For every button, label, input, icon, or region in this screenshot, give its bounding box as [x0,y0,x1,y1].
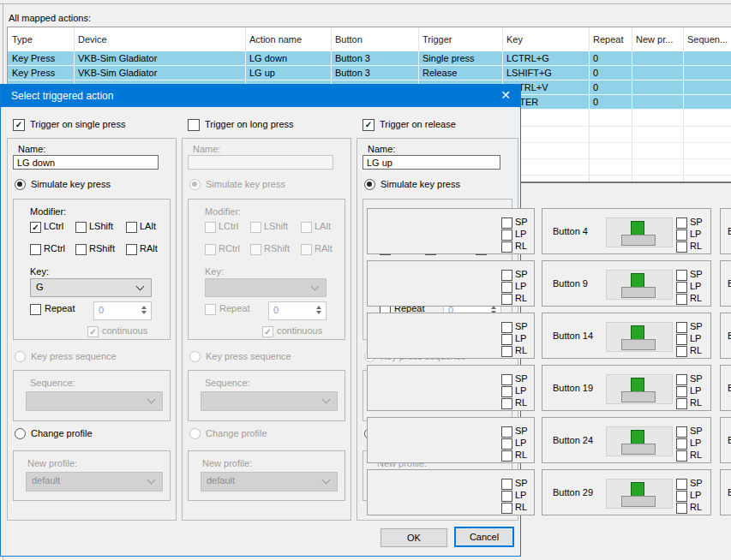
sp-checkbox [501,479,512,490]
sequence-group: Sequence: [13,370,171,421]
sp-checkbox[interactable] [676,374,687,385]
button-icon [606,479,673,509]
chevron-down-icon [322,476,331,485]
chevron-down-icon [322,396,331,404]
checkbox-label: RL [515,502,527,512]
button-card: Button 9SPLPRL [542,260,711,307]
trigger-label-single-press: Trigger on single press [30,119,125,129]
checkbox-label: RL [690,293,702,303]
repeat-checkbox[interactable] [30,304,41,315]
checkbox-label: RL [690,502,702,512]
sp-checkbox[interactable] [676,479,687,490]
key-label: Key: [30,266,49,277]
row-separator [683,51,684,110]
sp-checkbox[interactable] [676,426,687,438]
trigger-checkbox-release[interactable]: ✓ [363,119,374,131]
sp-checkbox[interactable] [676,217,687,229]
panel-long-press: Name:Simulate key pressModifier:LCtrlLSh… [182,138,351,521]
lp-checkbox[interactable] [676,334,687,345]
checkbox-label: RL [515,241,527,251]
button-card-label: Button 19 [553,383,593,393]
table-row[interactable]: Key PressVKB-Sim GladiatorLG upButton 3R… [8,66,731,80]
modifier-checkbox-rshift[interactable] [75,244,87,255]
dialog-titlebar[interactable]: Select triggered action ✕ [1,85,520,107]
close-icon[interactable]: ✕ [491,85,520,107]
button-card-fragment: B [720,365,731,411]
rl-checkbox [501,398,512,409]
button-card-fragment: B [720,469,731,515]
sequence-group: Sequence: [188,370,345,421]
button-icon [606,374,673,404]
sp-checkbox [501,322,512,333]
lp-checkbox [501,438,512,450]
row-cell: 0 [593,82,598,92]
combobox-value: default [207,475,235,486]
simulate-key-press-radio[interactable] [364,179,375,190]
lp-checkbox[interactable] [676,282,687,293]
button-icon [606,426,673,456]
rl-checkbox[interactable] [676,294,687,305]
column-header-button[interactable]: Button [335,34,363,45]
modifier-checkbox-lalt[interactable] [126,222,137,233]
checkbox-label: RL [690,397,702,408]
ok-button[interactable]: OK [380,528,447,547]
row-cell: 0 [593,68,598,78]
rl-checkbox[interactable] [676,450,687,462]
modifier-group: Modifier:LCtrlLShiftLAltRCtrlRShiftRAltK… [188,199,345,340]
sp-checkbox[interactable] [676,270,687,281]
checkbox-label: SP [690,321,703,331]
modifier-checkbox-ralt[interactable] [126,244,137,255]
lp-checkbox[interactable] [676,491,687,502]
table-row[interactable]: Key PressVKB-Sim GladiatorLG downButton … [8,51,731,66]
simulate-label: Simulate key press [31,179,111,189]
column-header-sequen[interactable]: Sequen... [687,34,728,45]
button-card: Button 24SPLPRL [542,417,711,463]
button-card-fragment: B [720,313,731,359]
name-input[interactable] [13,155,159,170]
modifier-checkbox-lctrl[interactable]: ✓ [30,222,41,233]
column-header-type[interactable]: Type [12,34,33,45]
button-icon [606,322,673,352]
column-header-trigger[interactable]: Trigger [422,34,452,45]
sp-checkbox[interactable] [676,322,687,333]
lp-checkbox[interactable] [676,386,687,397]
modifier-checkbox-lshift[interactable] [75,222,87,233]
column-header-action-name[interactable]: Action name [249,34,302,45]
column-header-new-pr[interactable]: New pr... [636,34,673,45]
checkbox-label: LP [690,281,701,291]
checkbox-label: SP [515,373,528,384]
key-combobox[interactable]: G [30,278,152,297]
column-header-repeat[interactable]: Repeat [593,34,623,45]
rl-checkbox[interactable] [676,503,687,514]
repeat-spinner: 0 [93,301,152,320]
simulate-key-press-radio[interactable] [15,179,26,190]
button-base-icon [621,235,656,246]
column-header-device[interactable]: Device [78,34,107,45]
checkbox-label: SP [690,217,703,227]
trigger-checkbox-long-press[interactable] [188,119,200,131]
new-profile-label: New profile: [27,458,77,468]
lp-checkbox [501,229,512,241]
name-input[interactable] [363,155,500,170]
modifier-checkbox-rctrl[interactable] [30,244,41,255]
new-profile-group: New profile:default [188,450,345,501]
cancel-button[interactable]: Cancel [454,527,514,547]
lp-checkbox[interactable] [676,438,687,450]
button-card-hidden: SPLPRL [367,208,535,254]
button-card-label: Button 24 [553,435,593,445]
combobox-value: G [36,282,44,292]
spinner-up-icon [316,306,321,309]
lp-checkbox[interactable] [676,229,687,241]
rl-checkbox[interactable] [676,241,687,253]
checkbox-label: SP [690,426,703,436]
modifier-checkbox-lctrl [205,222,216,233]
rl-checkbox [501,241,512,253]
trigger-checkbox-single-press[interactable]: ✓ [13,119,25,131]
column-header-key[interactable]: Key [506,34,523,45]
rl-checkbox[interactable] [676,398,687,409]
rl-checkbox[interactable] [676,346,687,357]
continuous-checkbox: ✓ [262,326,273,337]
button-icon [606,270,673,300]
change-profile-radio[interactable] [15,428,26,439]
modifier-label-rctrl: RCtrl [44,243,65,253]
